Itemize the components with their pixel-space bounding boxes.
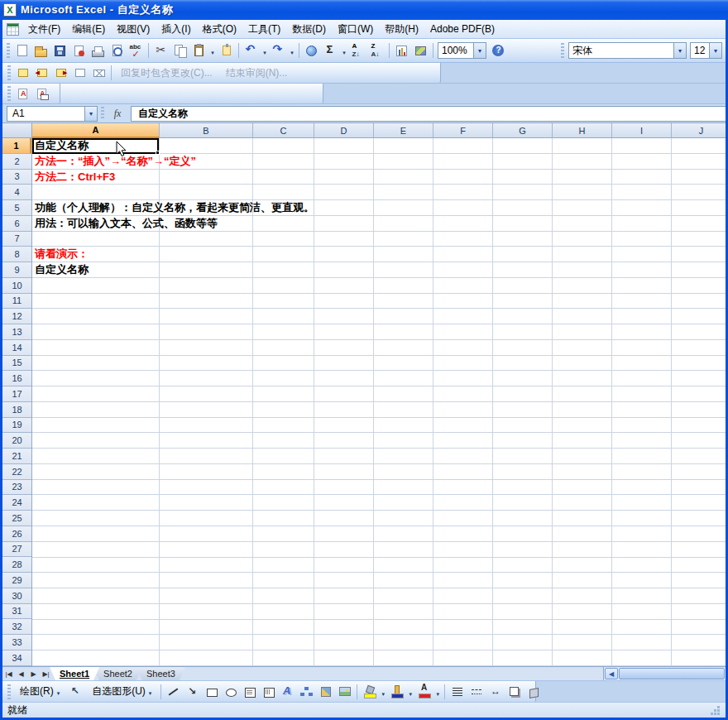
- row-header-16[interactable]: 16: [2, 371, 31, 386]
- help-icon[interactable]: [488, 41, 507, 60]
- arrow-icon[interactable]: [183, 683, 202, 701]
- convert-to-adobe-pdf-icon[interactable]: [13, 84, 32, 103]
- formatting-toolbar-grip[interactable]: [561, 43, 564, 58]
- select-all-button[interactable]: [2, 123, 32, 138]
- print-icon[interactable]: [89, 41, 108, 60]
- menu-item-3[interactable]: 视图(V): [111, 20, 156, 39]
- row-header-3[interactable]: 3: [2, 170, 31, 185]
- row-header-33[interactable]: 33: [2, 635, 31, 650]
- picture-icon[interactable]: [335, 683, 354, 701]
- shadow-style-icon[interactable]: [505, 683, 524, 701]
- previous-comment-icon[interactable]: [32, 64, 51, 82]
- row-header-17[interactable]: 17: [2, 386, 31, 402]
- diagram-icon[interactable]: [297, 683, 316, 701]
- title-bar[interactable]: Microsoft Excel - 自定义名称: [0, 0, 728, 20]
- wordart-icon[interactable]: [278, 683, 297, 701]
- scrollbar-thumb[interactable]: [619, 668, 725, 679]
- line-color-dropdown-icon[interactable]: [406, 684, 414, 699]
- autosum-dropdown-icon[interactable]: [340, 43, 348, 58]
- menu-item-7[interactable]: 数据(D): [286, 20, 332, 39]
- row-header-7[interactable]: 7: [2, 232, 31, 247]
- line-icon[interactable]: [164, 683, 183, 701]
- save-icon[interactable]: [50, 41, 69, 60]
- sheet-tab-sheet1[interactable]: Sheet1: [50, 667, 99, 680]
- menu-item-9[interactable]: 帮助(H): [379, 20, 424, 39]
- row-header-31[interactable]: 31: [2, 604, 31, 620]
- paste-icon[interactable]: [189, 41, 208, 60]
- pdf-toolbar-grip[interactable]: [7, 86, 11, 101]
- horizontal-scrollbar[interactable]: [603, 667, 726, 680]
- row-header-22[interactable]: 22: [2, 464, 31, 480]
- draw-menu-button[interactable]: 绘图(R): [13, 682, 66, 701]
- font-size-combo[interactable]: 12: [690, 42, 722, 59]
- reviewing-button-1[interactable]: 回复时包含更改(C)...: [114, 65, 219, 82]
- send-to-mail-recipient-icon[interactable]: [89, 64, 108, 82]
- font-color-dropdown-icon[interactable]: [433, 684, 442, 699]
- text-box-icon[interactable]: [240, 683, 259, 701]
- column-header-H[interactable]: H: [553, 123, 612, 138]
- row-header-18[interactable]: 18: [2, 402, 31, 418]
- row-header-23[interactable]: 23: [2, 480, 31, 496]
- row-header-13[interactable]: 13: [2, 324, 31, 340]
- zoom-dropdown-icon[interactable]: [473, 43, 486, 58]
- toolbar-grip[interactable]: [7, 43, 10, 58]
- dash-style-icon[interactable]: [467, 683, 486, 701]
- row-header-27[interactable]: 27: [2, 542, 31, 558]
- insert-function-button[interactable]: fx: [108, 106, 127, 122]
- clip-art-icon[interactable]: [316, 683, 335, 701]
- menu-item-1[interactable]: 文件(F): [22, 20, 66, 39]
- format-painter-icon[interactable]: [217, 41, 236, 60]
- cell-A5[interactable]: 功能（个人理解）：自定义名称，看起来更简洁、更直观。: [35, 200, 314, 216]
- name-box[interactable]: A1: [7, 106, 98, 122]
- row-header-28[interactable]: 28: [2, 557, 31, 573]
- row-header-29[interactable]: 29: [2, 573, 31, 588]
- row-header-9[interactable]: 9: [2, 262, 31, 278]
- drawing-icon[interactable]: [411, 41, 430, 60]
- convert-to-adobe-pdf-and-email-icon[interactable]: [32, 84, 51, 103]
- sheet-tab-sheet2[interactable]: Sheet2: [93, 667, 142, 680]
- scroll-left-icon[interactable]: [605, 668, 618, 679]
- reviewing-toolbar-grip[interactable]: [7, 65, 11, 80]
- line-style-icon[interactable]: [448, 683, 467, 701]
- menu-item-10[interactable]: Adobe PDF(B): [424, 21, 500, 37]
- cell-A8[interactable]: 请看演示：: [35, 247, 89, 262]
- rectangle-icon[interactable]: [202, 683, 221, 701]
- menu-item-2[interactable]: 编辑(E): [66, 20, 111, 39]
- font-name-dropdown-icon[interactable]: [673, 43, 686, 58]
- first-sheet-icon[interactable]: [2, 667, 15, 680]
- edit-comment-icon[interactable]: [13, 64, 32, 82]
- cells-area[interactable]: 自定义名称方法一：“插入”→“名称”→“定义”方法二：Ctrl+F3功能（个人理…: [32, 138, 726, 666]
- redo-dropdown-icon[interactable]: [288, 43, 296, 58]
- column-header-A[interactable]: A: [32, 123, 160, 138]
- row-header-34[interactable]: 34: [2, 650, 31, 666]
- copy-icon[interactable]: [170, 41, 189, 60]
- column-header-E[interactable]: E: [374, 123, 433, 138]
- row-header-21[interactable]: 21: [2, 449, 31, 464]
- next-comment-icon[interactable]: [51, 64, 70, 82]
- column-header-C[interactable]: C: [253, 123, 314, 138]
- row-header-1[interactable]: 1: [2, 138, 31, 154]
- row-header-26[interactable]: 26: [2, 526, 31, 542]
- row-header-10[interactable]: 10: [2, 278, 31, 294]
- zoom-combo[interactable]: 100%: [438, 42, 486, 59]
- open-icon[interactable]: [31, 41, 50, 60]
- sort-descending-icon[interactable]: [367, 41, 386, 60]
- resize-grip[interactable]: [710, 705, 721, 716]
- undo-dropdown-icon[interactable]: [261, 43, 269, 58]
- row-header-8[interactable]: 8: [2, 247, 31, 262]
- row-header-25[interactable]: 25: [2, 511, 31, 526]
- column-header-F[interactable]: F: [433, 123, 493, 138]
- cut-icon[interactable]: [151, 41, 170, 60]
- vertical-text-box-icon[interactable]: [259, 683, 278, 701]
- row-header-11[interactable]: 11: [2, 294, 31, 310]
- row-header-20[interactable]: 20: [2, 433, 31, 449]
- row-header-32[interactable]: 32: [2, 619, 31, 635]
- undo-icon[interactable]: [242, 41, 261, 60]
- row-header-5[interactable]: 5: [2, 200, 31, 216]
- autoshapes-menu-button[interactable]: 自选图形(U): [85, 682, 158, 701]
- column-header-G[interactable]: G: [493, 123, 553, 138]
- paste-dropdown-icon[interactable]: [208, 43, 217, 58]
- menu-item-5[interactable]: 格式(O): [197, 20, 242, 39]
- row-header-14[interactable]: 14: [2, 340, 31, 356]
- column-header-J[interactable]: J: [672, 123, 726, 138]
